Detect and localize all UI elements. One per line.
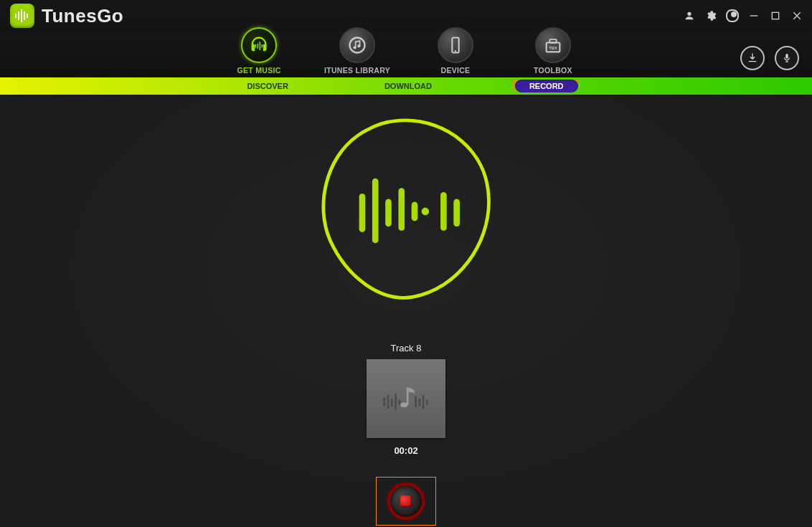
svg-point-11 xyxy=(350,38,365,53)
track-label: Track 8 xyxy=(391,343,422,353)
svg-rect-9 xyxy=(262,44,263,48)
music-thumbnail-icon xyxy=(381,381,431,417)
svg-rect-5 xyxy=(750,15,758,16)
svg-rect-1 xyxy=(18,11,19,20)
svg-point-13 xyxy=(357,44,360,47)
svg-rect-0 xyxy=(15,14,16,18)
app-title: TunesGo xyxy=(42,5,123,27)
svg-rect-17 xyxy=(549,39,556,43)
phone-icon xyxy=(438,27,473,63)
close-button[interactable] xyxy=(790,9,803,22)
svg-rect-24 xyxy=(412,201,418,221)
svg-rect-6 xyxy=(772,12,778,19)
waveform-blob-icon xyxy=(316,116,496,303)
svg-rect-35 xyxy=(422,395,425,409)
svg-rect-10 xyxy=(255,44,256,48)
svg-rect-28 xyxy=(384,397,386,406)
stop-button-highlight xyxy=(376,477,436,526)
nav-get-music[interactable]: GET MUSIC xyxy=(227,27,291,75)
nav-label: GET MUSIC xyxy=(237,66,281,75)
nav-device[interactable]: DEVICE xyxy=(423,27,488,75)
nav-center: GET MUSIC ITUNES LIBRARY DEVICE TBX TOOL… xyxy=(227,27,585,75)
maximize-button[interactable] xyxy=(769,9,782,22)
svg-rect-33 xyxy=(415,397,417,408)
svg-rect-32 xyxy=(399,400,401,405)
stop-recording-button[interactable] xyxy=(387,483,425,520)
sub-tab-download[interactable]: DOWNLOAD xyxy=(370,80,446,92)
svg-point-25 xyxy=(422,208,430,216)
record-mic-button[interactable] xyxy=(775,46,799,70)
stop-icon xyxy=(400,495,412,507)
gear-icon[interactable] xyxy=(704,9,717,22)
download-button[interactable] xyxy=(740,46,765,70)
toggle-switch[interactable] xyxy=(726,9,739,22)
headphones-icon xyxy=(241,27,277,63)
app-logo-icon xyxy=(14,7,31,24)
svg-point-12 xyxy=(353,46,356,49)
svg-rect-20 xyxy=(359,194,366,232)
svg-rect-22 xyxy=(385,199,392,227)
toolbox-icon: TBX xyxy=(535,27,571,63)
recording-hero: Track 8 xyxy=(316,116,496,456)
svg-rect-29 xyxy=(387,395,390,409)
window-controls xyxy=(683,9,803,22)
sub-tab-discover[interactable]: DISCOVER xyxy=(232,80,302,92)
nav-label: TOOLBOX xyxy=(534,66,572,75)
svg-rect-26 xyxy=(440,192,447,231)
app-logo xyxy=(10,4,34,28)
nav-itunes-library[interactable]: ITUNES LIBRARY xyxy=(324,27,390,75)
svg-rect-31 xyxy=(395,394,397,410)
download-icon xyxy=(747,52,758,64)
content: Track 8 xyxy=(0,95,812,527)
svg-rect-38 xyxy=(407,387,409,405)
svg-rect-19 xyxy=(785,54,788,59)
sub-tabs: DISCOVER DOWNLOAD RECORD xyxy=(0,77,812,95)
track-thumbnail[interactable] xyxy=(367,359,445,438)
sub-tab-record[interactable]: RECORD xyxy=(515,80,578,92)
microphone-icon xyxy=(781,52,793,64)
svg-text:TBX: TBX xyxy=(549,46,557,50)
svg-rect-30 xyxy=(391,399,393,407)
svg-rect-23 xyxy=(398,188,405,231)
svg-rect-7 xyxy=(258,44,258,49)
svg-rect-4 xyxy=(27,14,28,18)
svg-rect-27 xyxy=(453,199,460,227)
nav-label: DEVICE xyxy=(441,66,471,75)
svg-rect-3 xyxy=(24,11,25,20)
svg-point-15 xyxy=(455,50,456,52)
svg-rect-36 xyxy=(426,400,428,405)
nav-right xyxy=(740,46,799,70)
minimize-button[interactable] xyxy=(747,9,760,22)
svg-rect-34 xyxy=(419,399,421,407)
user-icon[interactable] xyxy=(683,9,696,22)
svg-rect-8 xyxy=(260,42,260,50)
music-note-icon xyxy=(339,27,375,63)
svg-rect-2 xyxy=(21,9,22,22)
nav-toolbox[interactable]: TBX TOOLBOX xyxy=(521,27,585,75)
elapsed-time: 00:02 xyxy=(394,445,417,456)
main-nav: GET MUSIC ITUNES LIBRARY DEVICE TBX TOOL… xyxy=(0,32,812,77)
svg-rect-21 xyxy=(372,179,379,243)
nav-label: ITUNES LIBRARY xyxy=(324,66,390,75)
